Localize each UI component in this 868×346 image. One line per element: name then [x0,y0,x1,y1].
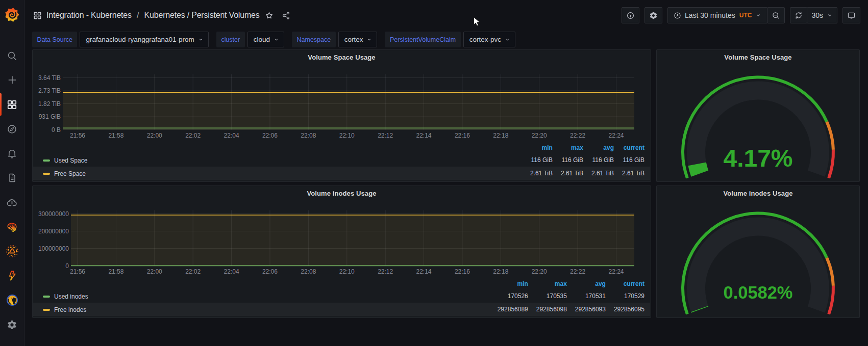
svg-text:0.0582%: 0.0582% [724,283,793,302]
svg-text:22:10: 22:10 [339,132,355,139]
grafana-logo-icon [5,7,19,22]
grafana-logo[interactable] [0,2,24,26]
timeseries-plot[interactable]: 21:5621:5822:0022:0222:0422:0622:0822:10… [33,64,651,142]
panel-title: Volume Space Usage [308,54,375,61]
sidebar-item-synthetic-monitoring[interactable] [0,288,24,312]
legend-col-avg[interactable]: avg [567,280,606,289]
document-icon [7,173,17,183]
svg-text:22:22: 22:22 [570,268,585,275]
legend-series-toggle[interactable]: Used inodes [43,293,88,300]
legend-col-max[interactable]: max [553,144,583,153]
star-icon [265,11,274,20]
panel-volume-space-usage-gauge: Volume Space Usage 4.17% [656,49,860,182]
svg-text:22:12: 22:12 [378,268,393,275]
svg-text:1.82 TiB: 1.82 TiB [38,100,61,108]
legend-col-avg[interactable]: avg [583,144,614,153]
breadcrumb: Integration - Kubernetes / Kubernetes / … [33,10,260,20]
svg-text:21:56: 21:56 [70,268,85,275]
gauge: 0.0582% [657,200,859,317]
active-indicator [0,93,2,116]
legend-series-toggle[interactable]: Free inodes [43,306,86,313]
legend-series-toggle[interactable]: Free Space [43,170,86,177]
datasource-select[interactable]: grafanacloud-ryanggrafana01-prom [80,32,208,47]
star-button[interactable] [263,9,276,22]
legend-series-toggle[interactable]: Used Space [43,157,87,164]
series-swatch [43,296,50,298]
legend-col-max[interactable]: max [528,280,567,289]
stat-max: 170535 [528,289,567,303]
variable-label: PersistentVolumeClaim [385,32,460,47]
chevron-down-icon [827,12,833,18]
svg-text:100000000: 100000000 [38,245,69,252]
stat-avg: 116 GiB [583,153,614,167]
series-name: Used inodes [54,293,88,300]
breadcrumb-folder[interactable]: Integration - Kubernetes [46,11,132,20]
panel-info-button[interactable] [622,7,639,23]
legend-col-current[interactable]: current [606,280,650,289]
refresh-interval-button[interactable]: 30s [807,7,837,23]
variable-namespace: Namespace cortex [292,32,377,47]
cluster-select[interactable]: cloud [247,32,284,47]
chevron-down-icon [198,37,204,42]
time-picker: Last 30 minutes UTC [667,7,785,23]
time-range-button[interactable]: Last 30 minutes UTC [667,7,768,23]
svg-text:22:00: 22:00 [147,268,162,275]
stat-current: 292856095 [606,303,650,316]
timeseries-plot[interactable]: 21:5621:5822:0022:0222:0422:0622:0822:10… [33,200,651,278]
sidebar-item-cloud-alerting[interactable] [0,190,24,215]
svg-text:200000000: 200000000 [38,228,69,235]
dashboard-settings-button[interactable] [644,7,662,23]
series-swatch [43,159,50,162]
svg-text:21:58: 21:58 [108,132,123,139]
svg-text:22:14: 22:14 [416,132,432,139]
timezone-label: UTC [739,12,752,19]
apps-icon [7,99,17,110]
stat-min: 292856089 [489,303,528,316]
variable-label: cluster [216,32,245,47]
refresh-picker: 30s [790,7,837,23]
share-button[interactable] [280,9,293,22]
tv-mode-button[interactable] [842,7,860,23]
panel-header[interactable]: Volume inodes Usage [657,186,859,200]
variable-value: grafanacloud-ryanggrafana01-prom [86,36,194,43]
sidebar-item-incident[interactable] [0,239,24,263]
sidebar-item-create[interactable] [0,68,24,92]
panel-title: Volume Space Usage [724,54,791,61]
sidebar-item-performance[interactable] [0,263,24,288]
legend-col-min[interactable]: min [489,280,528,289]
sidebar-item-settings[interactable] [0,312,24,337]
legend-col-current[interactable]: current [614,144,650,153]
legend: min max avg current Used Space 116 GiB 1… [33,144,650,180]
svg-text:22:16: 22:16 [455,268,470,275]
svg-text:22:18: 22:18 [493,132,508,139]
svg-text:22:18: 22:18 [493,268,508,275]
stat-min: 116 GiB [522,153,553,167]
panel-header[interactable]: Volume Space Usage [657,50,859,64]
sidebar-item-machine-learning[interactable] [0,215,24,239]
sidebar-item-dashboards[interactable] [0,92,24,117]
incident-triangle-icon [6,245,18,257]
svg-text:22:12: 22:12 [378,132,393,139]
panel-volume-space-usage-graph: Volume Space Usage 21:5621:5822:0022:022… [32,49,651,182]
variable-datasource: Data Source grafanacloud-ryanggrafana01-… [32,32,209,47]
legend-col-min[interactable]: min [522,144,553,153]
panel-header[interactable]: Volume inodes Usage [33,186,651,200]
svg-text:22:02: 22:02 [185,268,201,275]
cloud-exclamation-icon [6,197,18,208]
svg-text:22:06: 22:06 [262,268,278,275]
sidebar [0,0,24,346]
panel-header[interactable]: Volume Space Usage [33,50,651,64]
stat-avg: 292856093 [567,303,606,316]
refresh-button[interactable] [790,7,807,23]
dashboard-toolbar: Last 30 minutes UTC [622,7,860,23]
sidebar-item-docs[interactable] [0,166,24,190]
dashboard-header: Integration - Kubernetes / Kubernetes / … [24,0,868,28]
sidebar-item-explore[interactable] [0,117,24,141]
namespace-select[interactable]: cortex [338,32,378,47]
sidebar-item-search[interactable] [0,43,24,68]
svg-text:300000000: 300000000 [38,210,69,218]
pvc-select[interactable]: cortex-pvc [463,32,515,47]
svg-text:22:20: 22:20 [532,132,547,139]
sidebar-item-alerting[interactable] [0,141,24,166]
zoom-out-button[interactable] [767,7,785,23]
